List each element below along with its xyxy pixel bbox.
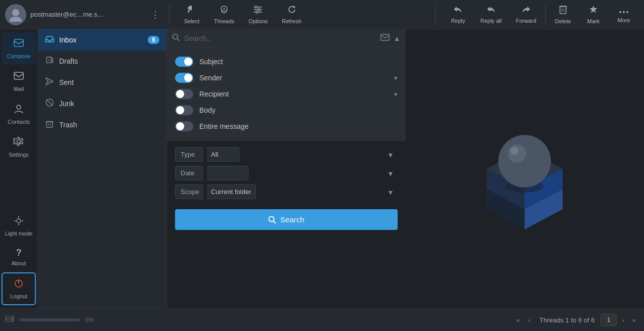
options-button[interactable]: Options [241, 2, 275, 27]
sidebar-item-mail[interactable]: Mail [2, 65, 36, 97]
svg-rect-37 [47, 122, 53, 127]
scope-filter-wrapper: Current folder All folders [207, 184, 398, 199]
select-button[interactable]: Select [177, 2, 207, 27]
last-page-button[interactable]: » [629, 314, 639, 326]
progress-label: 0% [85, 316, 94, 323]
svg-rect-22 [14, 72, 23, 79]
entire-message-toggle[interactable] [175, 121, 193, 131]
sender-toggle[interactable] [175, 73, 193, 83]
body-toggle[interactable] [175, 105, 193, 115]
date-filter-select[interactable]: Today This week This month [207, 166, 248, 180]
options-icon [253, 5, 263, 17]
date-filter-wrapper: Today This week This month [207, 166, 398, 180]
sidebar-about-label: About [12, 260, 26, 266]
folder-item-inbox[interactable]: Inbox 6 [38, 29, 166, 51]
more-icon [619, 6, 629, 16]
page-number-input[interactable] [600, 314, 617, 326]
sidebar-contacts-label: Contacts [8, 119, 29, 125]
sidebar-item-about[interactable]: ? About [2, 243, 36, 271]
search-magnifier-icon [172, 33, 180, 43]
svg-point-1 [10, 17, 22, 22]
forward-label: Forward [516, 18, 536, 24]
page-info: Threads 1 to 6 of 6 [535, 316, 598, 324]
svg-point-20 [626, 11, 628, 13]
content-area: ▲ Subject Sender ▾ Recipient [167, 29, 406, 308]
reply-button[interactable]: Reply [443, 2, 473, 27]
sidebar-item-compose[interactable]: Compose [2, 32, 36, 64]
svg-point-7 [255, 6, 257, 8]
trash-label: Trash [59, 121, 159, 129]
type-filter-row: Type All Unread Read Flagged [175, 147, 398, 162]
folder-item-drafts[interactable]: Drafts [38, 51, 166, 72]
sidebar-item-logout[interactable]: Logout [2, 272, 36, 305]
svg-point-19 [623, 11, 625, 13]
search-collapse-icon[interactable]: ▲ [394, 34, 401, 42]
threads-label: Threads [214, 18, 234, 24]
subject-toggle[interactable] [175, 57, 193, 67]
search-option-entire-message: Entire message [175, 118, 398, 134]
account-menu-button[interactable]: ⋮ [149, 7, 162, 22]
folder-panel: Inbox 6 Drafts Sent [38, 29, 167, 308]
sent-icon [45, 77, 54, 88]
subject-option-label: Subject [199, 58, 398, 66]
scope-filter-row: Scope Current folder All folders [175, 184, 398, 199]
search-filters-panel: Type All Unread Read Flagged Date Today [167, 141, 406, 205]
filter-envelope-icon[interactable] [380, 34, 390, 43]
folder-item-sent[interactable]: Sent [38, 72, 166, 93]
pagination: « ‹ Threads 1 to 6 of 6 › » [513, 314, 639, 326]
folder-item-trash[interactable]: Trash [38, 114, 166, 135]
sender-option-label: Sender [199, 74, 388, 82]
sidebar: Compose Mail Contacts [0, 29, 38, 308]
svg-marker-17 [589, 6, 597, 13]
inbox-label: Inbox [59, 36, 143, 44]
search-input[interactable] [184, 34, 376, 42]
mail-icon [13, 70, 24, 84]
sidebar-lightmode-label: Light mode [5, 230, 32, 237]
reply-all-button[interactable]: Reply all [473, 2, 508, 27]
sidebar-item-contacts[interactable]: Contacts [2, 98, 36, 130]
scope-filter-select[interactable]: Current folder All folders [207, 184, 256, 199]
svg-line-47 [273, 221, 276, 223]
sidebar-item-lightmode[interactable]: Light mode [2, 211, 36, 242]
compose-icon [13, 37, 24, 51]
bottom-bar: 0% « ‹ Threads 1 to 6 of 6 › » [0, 308, 644, 331]
logout-icon [14, 278, 24, 291]
prev-page-button[interactable]: ‹ [525, 314, 533, 326]
search-bar: ▲ [167, 29, 406, 48]
threads-button[interactable]: Threads [207, 2, 241, 27]
more-button[interactable]: More [609, 3, 639, 26]
recipient-chevron-icon[interactable]: ▾ [394, 90, 398, 98]
toolbar-right: Reply Reply all Forward [438, 2, 644, 27]
svg-rect-11 [560, 7, 566, 14]
search-submit-button[interactable]: Search [175, 209, 398, 230]
svg-rect-21 [14, 39, 23, 46]
sidebar-item-settings[interactable]: Settings [2, 131, 36, 163]
reply-label: Reply [451, 18, 465, 24]
body-toggle-knob [176, 106, 184, 114]
more-label: More [617, 17, 630, 23]
svg-point-24 [17, 140, 21, 144]
illustration-panel [406, 29, 645, 308]
date-filter-label: Date [175, 166, 203, 180]
storage-icon [5, 314, 14, 325]
folder-item-junk[interactable]: Junk [38, 93, 166, 114]
recipient-toggle[interactable] [175, 89, 193, 99]
toolbar-divider-2 [435, 5, 436, 24]
next-page-button[interactable]: › [619, 314, 627, 326]
top-toolbar: postmaster@ec…me.s… ⋮ Select Threads [0, 0, 644, 29]
first-page-button[interactable]: « [513, 314, 523, 326]
svg-point-54 [498, 135, 551, 187]
svg-line-44 [178, 39, 180, 41]
inbox-badge: 6 [148, 36, 159, 44]
sender-chevron-icon[interactable]: ▾ [394, 74, 398, 82]
mark-button[interactable]: Mark [578, 2, 609, 27]
delete-button[interactable]: Delete [548, 2, 578, 27]
drafts-label: Drafts [59, 57, 159, 65]
forward-button[interactable]: Forward [509, 2, 543, 27]
type-filter-label: Type [175, 147, 203, 162]
svg-point-46 [269, 216, 274, 221]
svg-point-3 [224, 8, 225, 10]
type-filter-select[interactable]: All Unread Read Flagged [207, 147, 239, 162]
reply-all-label: Reply all [480, 18, 501, 24]
refresh-button[interactable]: Refresh [275, 2, 309, 27]
